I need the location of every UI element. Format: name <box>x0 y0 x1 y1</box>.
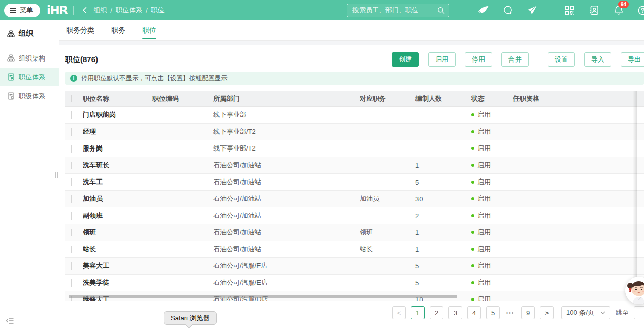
hamburger-icon <box>10 8 16 13</box>
sidebar-item-org-structure[interactable]: 组织架构 <box>0 49 59 68</box>
tab-duty-category[interactable]: 职务分类 <box>66 20 94 41</box>
table-row[interactable]: 站长石油公司/加油站站长1启用 <box>65 241 644 258</box>
status-dot-icon <box>471 164 474 167</box>
row-checkbox-cell <box>65 111 83 119</box>
wing-icon[interactable] <box>477 5 489 16</box>
breadcrumb-item[interactable]: 职位体系 <box>116 6 142 15</box>
sidebar-resize-handle[interactable] <box>55 172 58 178</box>
table-row[interactable]: 经理线下事业部/T2启用 <box>65 124 644 140</box>
status-label: 启用 <box>477 245 491 254</box>
chat-icon[interactable] <box>502 5 513 16</box>
cell-department: 线下事业部/T2 <box>213 127 360 136</box>
tab-duty[interactable]: 职务 <box>111 20 125 41</box>
row-checkbox[interactable] <box>71 279 72 287</box>
horizontal-scrollbar[interactable] <box>69 295 457 298</box>
pagination-page-1[interactable]: 1 <box>411 306 425 319</box>
table-row[interactable]: 副领班石油公司/加油站2启用 <box>65 207 644 224</box>
bell-icon[interactable]: 94 <box>613 5 624 16</box>
jump-to-label: 跳至 <box>616 308 629 317</box>
breadcrumb-item[interactable]: 职位 <box>151 6 165 15</box>
pagination-page-9[interactable]: 9 <box>521 306 535 319</box>
cell-headcount: 2 <box>415 212 471 220</box>
row-checkbox-cell <box>65 279 83 287</box>
row-checkbox[interactable] <box>71 262 72 270</box>
menu-label: 菜单 <box>20 6 33 15</box>
qrcode-icon[interactable] <box>564 5 575 16</box>
cell-department: 石油公司/汽服/E店 <box>213 278 360 287</box>
row-checkbox[interactable] <box>71 195 72 203</box>
row-checkbox[interactable] <box>71 246 72 253</box>
status-label: 启用 <box>477 278 491 287</box>
icon-divider <box>551 6 551 14</box>
toolbar-buttons: 创建启用停用合并 设置导入导出 <box>392 52 644 67</box>
row-checkbox[interactable] <box>71 229 72 236</box>
row-checkbox[interactable] <box>71 162 72 169</box>
status-label: 启用 <box>477 295 491 301</box>
column-header: 任职资格 <box>513 94 644 103</box>
pagination-prev-button[interactable]: < <box>392 306 406 319</box>
sidebar-item-position-system[interactable]: 职位体系 <box>0 68 59 86</box>
pagination-next-button[interactable]: > <box>540 306 554 319</box>
notification-badge: 94 <box>618 1 629 8</box>
table-row[interactable]: 洗车班长石油公司/加油站1启用 <box>65 157 644 174</box>
pagination-page-4[interactable]: 4 <box>467 306 481 319</box>
page-title: 职位(876) <box>65 55 98 65</box>
status-dot-icon <box>471 197 474 200</box>
export-button[interactable]: 导出 <box>621 52 644 67</box>
section-gap <box>59 41 644 45</box>
cell-position-name: 洗车班长 <box>83 161 152 170</box>
jump-to-input[interactable] <box>634 306 644 319</box>
table-row[interactable]: 服务岗线下事业部/T2启用 <box>65 140 644 157</box>
row-checkbox[interactable] <box>71 128 72 136</box>
row-checkbox-cell <box>65 178 83 186</box>
table-row[interactable]: 加油员石油公司/加油站加油员30启用 <box>65 191 644 207</box>
status-dot-icon <box>471 248 474 251</box>
enable-button[interactable]: 启用 <box>428 52 456 67</box>
cell-department: 线下事业部/T2 <box>213 144 360 153</box>
cell-headcount: 5 <box>415 279 471 287</box>
table-row[interactable]: 领班石油公司/加油站领班1启用 <box>65 224 644 241</box>
cell-headcount: 5 <box>415 178 471 186</box>
sidebar-collapse-icon[interactable] <box>5 317 14 324</box>
settings-button[interactable]: 设置 <box>548 52 575 67</box>
merge-button[interactable]: 合并 <box>501 52 529 67</box>
table-row[interactable]: 洗车工石油公司/加油站5启用 <box>65 174 644 191</box>
position-doc-icon <box>7 73 15 81</box>
row-checkbox[interactable] <box>71 212 72 220</box>
search-icon <box>437 7 445 14</box>
table-row[interactable]: 门店职能岗线下事业部启用 <box>65 107 644 124</box>
page-size-select[interactable]: 100 条/页 <box>561 306 610 319</box>
column-header: 对应职务 <box>360 94 415 103</box>
tab-position[interactable]: 职位 <box>142 20 156 41</box>
pagination-page-2[interactable]: 2 <box>430 306 443 319</box>
row-checkbox[interactable] <box>71 145 72 153</box>
cell-department: 石油公司/汽服/F店 <box>213 261 360 271</box>
org-tree-icon <box>7 30 15 38</box>
table-row[interactable]: 洗美学徒石油公司/汽服/E店5启用 <box>65 275 644 291</box>
back-button[interactable] <box>80 6 89 15</box>
pagination-page-5[interactable]: 5 <box>486 306 500 319</box>
search-placeholder: 搜索员工、部门、职位 <box>352 6 437 15</box>
contacts-icon[interactable] <box>588 5 600 16</box>
select-all-checkbox[interactable] <box>71 95 72 102</box>
row-checkbox[interactable] <box>71 178 72 186</box>
cell-department: 石油公司/加油站 <box>213 211 360 220</box>
menu-button[interactable]: 菜单 <box>4 4 40 17</box>
sidebar-item-label: 职位体系 <box>19 73 45 82</box>
cell-status: 启用 <box>471 211 513 220</box>
table-row[interactable]: 美容大工石油公司/汽服/F店5启用 <box>65 258 644 275</box>
disable-button[interactable]: 停用 <box>465 52 492 67</box>
breadcrumb-item[interactable]: 组织 <box>93 6 107 15</box>
create-button[interactable]: 创建 <box>392 52 419 67</box>
help-icon[interactable] <box>637 5 644 16</box>
import-button[interactable]: 导入 <box>584 52 611 67</box>
row-checkbox-cell <box>65 128 83 136</box>
row-checkbox[interactable] <box>71 111 72 119</box>
pagination-ellipsis: ••• <box>505 306 516 319</box>
send-icon[interactable] <box>526 5 538 16</box>
cell-department: 线下事业部 <box>213 110 360 119</box>
sidebar: 组织 组织架构职位体系职级体系 <box>0 20 59 329</box>
sidebar-item-grade-system[interactable]: 职级体系 <box>0 86 59 105</box>
search-input[interactable]: 搜索员工、部门、职位 <box>347 4 449 17</box>
pagination-page-3[interactable]: 3 <box>448 306 462 319</box>
